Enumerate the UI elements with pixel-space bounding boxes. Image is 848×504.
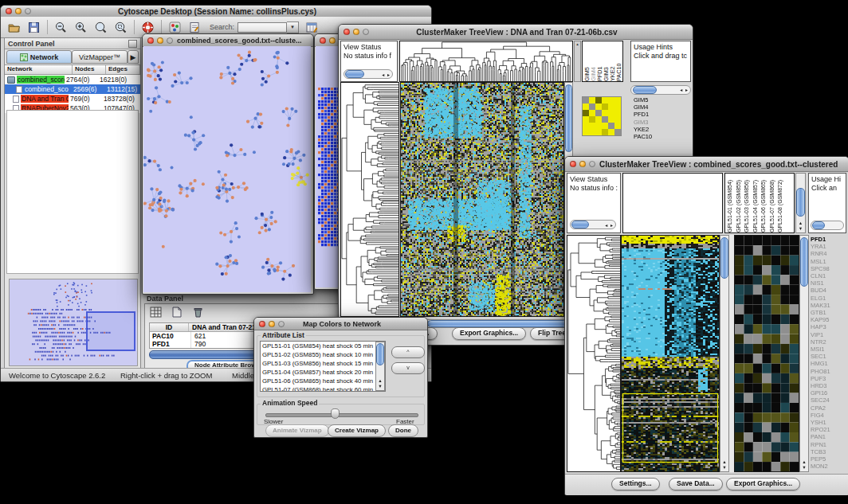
attribute-list-scrollbar[interactable]: ▲▼ — [375, 342, 385, 391]
row-dendrogram-frame[interactable] — [340, 82, 399, 317]
main-titlebar[interactable]: Cytoscape Desktop (Session Name: collins… — [1, 6, 431, 18]
overview-viewport-rectangle[interactable] — [86, 311, 135, 351]
close-button[interactable] — [259, 321, 265, 327]
scroll-thumb[interactable] — [720, 237, 728, 279]
column-header[interactable]: Network — [5, 65, 73, 74]
close-button[interactable] — [6, 8, 12, 14]
annotation-icon[interactable] — [187, 20, 202, 34]
scroll-arrows[interactable]: ◂ ▸ — [382, 71, 391, 80]
network-list-row[interactable]: combined_sco2569(6)13112(15) — [5, 84, 140, 94]
column-dendrogram-frame[interactable] — [622, 173, 723, 233]
animation-speed-slider[interactable] — [265, 413, 418, 417]
minimize-button[interactable] — [269, 321, 275, 327]
label-scroll-strip[interactable]: ▴ — [574, 41, 581, 82]
new-attribute-icon[interactable] — [171, 307, 183, 318]
zoom-heatmap-frame[interactable] — [734, 235, 799, 472]
zoom-button[interactable] — [278, 321, 285, 327]
zoom-button[interactable] — [589, 161, 595, 167]
global-heatmap-canvas[interactable] — [622, 236, 719, 471]
delete-attribute-icon[interactable] — [192, 307, 205, 318]
scroll-arrows[interactable]: ▲▼ — [800, 459, 808, 471]
button-export-graphics-[interactable]: Export Graphics... — [452, 327, 526, 340]
tab-network[interactable]: Network — [6, 50, 72, 64]
scroll-thumb[interactable] — [376, 343, 384, 365]
zoom-selected-icon[interactable] — [113, 20, 128, 34]
zoom-matrix[interactable] — [582, 96, 622, 136]
minimize-button[interactable] — [329, 37, 336, 44]
treeview1-titlebar[interactable]: ClusterMaker TreeView : DNA and Tran 07-… — [339, 25, 693, 40]
scroll-thumb[interactable] — [571, 221, 589, 229]
minimize-button[interactable] — [15, 8, 22, 14]
network-list-row[interactable]: DNA and Tran 07769(0)183728(0) — [5, 94, 140, 104]
button-save-data-[interactable]: Save Data... — [669, 478, 723, 490]
button-export-graphics-[interactable]: Export Graphics... — [726, 478, 800, 490]
column-header[interactable]: Nodes — [73, 65, 106, 74]
zoom-in-icon[interactable] — [73, 20, 88, 34]
attribute-browser-icon[interactable] — [304, 20, 319, 34]
scroll-thumb[interactable] — [565, 84, 572, 152]
search-input[interactable] — [238, 22, 287, 33]
float-panel-icon[interactable] — [128, 40, 137, 48]
scroll-arrows[interactable]: ◂ ▸ — [605, 221, 614, 230]
close-button[interactable] — [344, 29, 350, 35]
network-view-titlebar[interactable]: combined_scores_good.txt--cluste... — [143, 34, 313, 47]
button-done[interactable]: Done — [388, 424, 418, 437]
scroll-arrows[interactable]: ◂ ▸ — [680, 87, 689, 92]
zoom-button[interactable] — [363, 29, 369, 35]
column-dendrogram-frame[interactable] — [399, 41, 573, 82]
global-heatmap-frame[interactable] — [621, 235, 720, 472]
view-status-scrollbar[interactable]: ◂ ▸ — [570, 220, 616, 229]
view-status-scrollbar[interactable]: ◂ ▸ — [344, 69, 393, 79]
scroll-arrows[interactable]: ▲▼ — [720, 459, 728, 471]
scroll-thumb[interactable] — [800, 237, 808, 287]
hints-hscrollbar[interactable]: ◂ ▸ — [630, 85, 691, 95]
attribute-item[interactable]: GPL51-07 (GSM868) heat shock 60 min — [261, 385, 385, 392]
button-animate-vizmap[interactable]: Animate Vizmap — [265, 424, 329, 437]
dialog-titlebar[interactable]: Map Colors to Network — [254, 318, 427, 330]
heatmap-frame[interactable] — [400, 82, 564, 317]
close-button[interactable] — [147, 37, 154, 44]
hints-scrollbar[interactable] — [811, 221, 844, 230]
tab--[interactable]: ▶ — [128, 50, 139, 64]
network-graph-canvas[interactable] — [143, 46, 311, 292]
zoom-button[interactable] — [167, 37, 173, 44]
save-session-icon[interactable] — [26, 20, 41, 34]
network-canvas-area[interactable] — [143, 46, 311, 292]
attribute-item[interactable]: GPL51-03 (GSM856) heat shock 15 min — [261, 359, 385, 368]
row-dendrogram-frame[interactable] — [567, 235, 621, 472]
heatmap-canvas[interactable] — [401, 83, 563, 316]
attribute-list[interactable]: GPL51-01 (GSM854) heat shock 05 minGPL51… — [260, 341, 386, 392]
zoom-button[interactable] — [25, 8, 31, 14]
heatmap-vscrollbar[interactable]: ▲▼ — [720, 235, 729, 472]
move-up-button[interactable]: ^ — [391, 346, 425, 358]
scroll-arrows[interactable]: ▲▼ — [796, 221, 805, 232]
button-create-vizmap[interactable]: Create Vizmap — [328, 424, 386, 437]
scroll-thumb[interactable] — [633, 86, 657, 94]
scroll-thumb[interactable] — [812, 221, 825, 229]
zoom-vscrollbar[interactable]: ▲▼ — [799, 235, 809, 472]
zoom-out-icon[interactable] — [53, 20, 68, 34]
treeview2-titlebar[interactable]: ClusterMaker TreeView : combined_scores_… — [565, 157, 848, 172]
attribute-item[interactable]: GPL51-04 (GSM857) heat shock 20 min — [261, 368, 385, 377]
attribute-item[interactable]: GPL51-01 (GSM854) heat shock 05 min — [261, 342, 385, 350]
minimize-button[interactable] — [353, 29, 359, 35]
open-session-icon[interactable] — [6, 20, 21, 34]
network-list-row[interactable]: combined_scores_2764(0)16218(0) — [5, 75, 140, 84]
button-settings-[interactable]: Settings... — [611, 478, 660, 490]
tab-vizmapper-[interactable]: VizMapper™ — [72, 50, 128, 64]
scroll-thumb[interactable] — [796, 188, 805, 217]
close-button[interactable] — [320, 37, 326, 44]
move-down-button[interactable]: v — [391, 362, 425, 374]
column-header[interactable]: Edges — [106, 65, 140, 74]
scroll-thumb[interactable] — [345, 70, 364, 78]
vizmapper-nodes-icon[interactable] — [167, 20, 182, 34]
slider-thumb[interactable] — [331, 408, 340, 419]
search-dropdown-icon[interactable]: ▼ — [287, 21, 299, 33]
labels-vscrollbar[interactable]: ▲▼ — [795, 173, 806, 233]
help-icon[interactable] — [140, 20, 155, 34]
scroll-thumb[interactable] — [427, 320, 567, 327]
zoom-fit-icon[interactable] — [93, 20, 108, 34]
attribute-item[interactable]: GPL51-06 (GSM865) heat shock 40 min — [261, 377, 385, 385]
scroll-arrows[interactable]: ▲▼ — [376, 378, 384, 389]
attribute-item[interactable]: GPL51-02 (GSM855) heat shock 10 min — [261, 350, 385, 359]
